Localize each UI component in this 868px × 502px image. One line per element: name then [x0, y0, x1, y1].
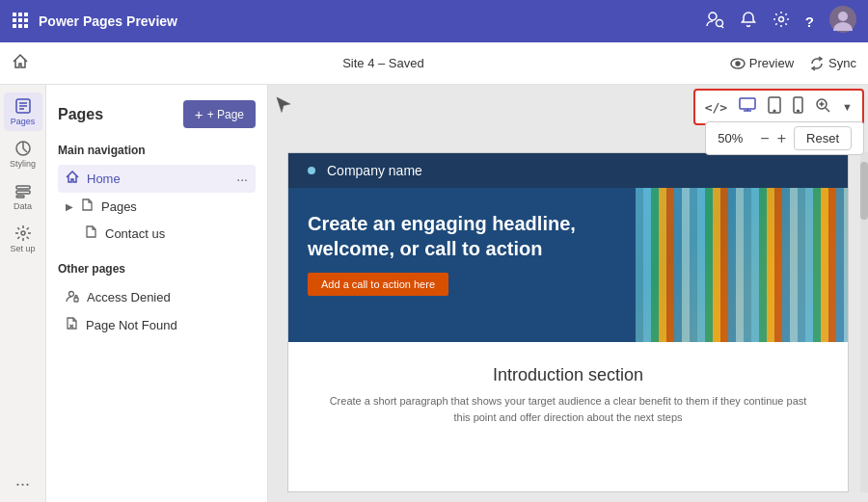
sidebar-item-setup[interactable]: Set up: [4, 220, 42, 258]
setup-nav-label: Set up: [10, 244, 35, 253]
svg-point-15: [736, 62, 740, 66]
sidebar-header: Pages + + Page: [58, 100, 256, 128]
desktop-view-icon[interactable]: [737, 95, 758, 119]
contact-file-icon: [85, 225, 97, 241]
svg-point-13: [838, 12, 848, 21]
topbar-icons: ?: [705, 6, 856, 37]
preview-dot-icon: [308, 167, 315, 174]
svg-rect-0: [13, 13, 16, 16]
preview-intro: Introduction section Create a short para…: [288, 342, 848, 448]
tablet-view-icon[interactable]: [766, 94, 783, 119]
chevron-down-icon[interactable]: ▼: [840, 99, 854, 115]
pages-nav-label: Pages: [11, 117, 36, 126]
view-toolbar: </> ▼: [693, 89, 864, 125]
other-pages-section: Other pages Access Denied Page Not Found: [58, 262, 256, 338]
sidebar-item-styling[interactable]: Styling: [4, 135, 42, 173]
nav-item-page-not-found[interactable]: Page Not Found: [58, 311, 256, 338]
preview-hero: Create an engaging headline, welcome, or…: [288, 188, 848, 342]
svg-rect-22: [16, 191, 30, 194]
other-pages-label: Other pages: [58, 262, 256, 276]
secondbar: Site 4 – Saved Preview Sync: [0, 42, 868, 85]
main-layout: Pages Styling Data Set up ··· Pages + + …: [0, 85, 868, 502]
main-nav-label: Main navigation: [58, 144, 256, 157]
add-page-button[interactable]: + + Page: [183, 100, 256, 128]
svg-point-9: [709, 13, 717, 20]
left-nav: Pages Styling Data Set up ···: [0, 85, 46, 502]
svg-rect-2: [24, 13, 28, 16]
svg-rect-3: [13, 18, 16, 22]
page-preview: Company name Create an engaging headline…: [287, 152, 849, 492]
sync-button[interactable]: Sync: [809, 56, 856, 71]
more-nav-icon[interactable]: ···: [15, 474, 30, 494]
hero-image: [636, 188, 848, 342]
home-nav-label: Home: [87, 172, 121, 186]
content-area: </> ▼: [268, 85, 868, 502]
svg-point-25: [69, 292, 74, 297]
site-saved-label: Site 4 – Saved: [37, 56, 730, 70]
intro-section-title: Introduction section: [327, 365, 809, 385]
company-name: Company name: [327, 163, 422, 178]
home-nav-icon[interactable]: [12, 53, 29, 74]
svg-rect-7: [18, 24, 22, 28]
svg-point-33: [773, 110, 775, 112]
home-more-icon[interactable]: ···: [236, 172, 248, 187]
svg-point-24: [21, 231, 25, 235]
grid-icon[interactable]: [12, 12, 29, 32]
bell-icon[interactable]: [740, 11, 757, 32]
zoom-out-button[interactable]: −: [760, 130, 769, 147]
app-title: Power Pages Preview: [39, 13, 705, 29]
scroll-thumb[interactable]: [860, 162, 868, 220]
scrollbar[interactable]: [860, 152, 868, 492]
plus-icon: +: [195, 106, 203, 122]
settings-icon[interactable]: [773, 11, 790, 32]
file-x-icon: [66, 317, 78, 332]
svg-rect-29: [740, 98, 755, 109]
hero-headline: Create an engaging headline, welcome, or…: [308, 211, 616, 261]
styling-nav-label: Styling: [10, 159, 36, 169]
zoom-reset-button[interactable]: Reset: [794, 126, 852, 150]
topbar: Power Pages Preview ?: [0, 0, 868, 42]
zoom-percent: 50%: [718, 131, 752, 145]
sidebar: Pages + + Page Main navigation Home ··· …: [46, 85, 268, 502]
svg-point-10: [716, 20, 722, 27]
svg-rect-23: [16, 196, 24, 198]
svg-line-37: [826, 108, 829, 112]
svg-rect-21: [16, 186, 30, 189]
svg-point-11: [778, 17, 783, 22]
zoom-in-button[interactable]: +: [777, 130, 786, 147]
preview-button[interactable]: Preview: [730, 56, 794, 71]
svg-rect-1: [18, 13, 22, 16]
avatar[interactable]: [829, 6, 856, 37]
search-people-icon[interactable]: [705, 10, 724, 33]
hero-cta-button[interactable]: Add a call to action here: [308, 273, 448, 296]
nav-item-home[interactable]: Home ···: [58, 165, 256, 193]
intro-section-text: Create a short paragraph that shows your…: [327, 393, 809, 425]
sidebar-item-pages[interactable]: Pages: [4, 92, 42, 131]
preview-header: Company name: [288, 153, 848, 188]
svg-rect-26: [74, 298, 78, 302]
code-view-icon[interactable]: </>: [703, 98, 729, 117]
house-icon: [66, 171, 79, 187]
sidebar-item-data[interactable]: Data: [4, 177, 42, 216]
help-icon[interactable]: ?: [805, 13, 814, 30]
zoom-bar: 50% − + Reset: [705, 121, 864, 155]
data-nav-label: Data: [14, 201, 32, 211]
access-denied-label: Access Denied: [87, 290, 171, 304]
chevron-right-icon: ▶: [66, 201, 73, 212]
nav-item-access-denied[interactable]: Access Denied: [58, 283, 256, 311]
page-not-found-label: Page Not Found: [86, 318, 177, 332]
cursor-arrow-icon: [274, 94, 293, 119]
svg-rect-4: [18, 18, 22, 22]
svg-rect-6: [13, 24, 16, 28]
svg-rect-5: [24, 18, 28, 22]
toolbar-icons: </> ▼: [703, 94, 854, 119]
nav-item-pages[interactable]: ▶ Pages: [58, 193, 256, 220]
svg-point-35: [798, 110, 800, 112]
zoom-icon[interactable]: [813, 95, 832, 119]
hero-image-visual: [636, 188, 848, 342]
nav-item-contact[interactable]: Contact us: [58, 220, 256, 247]
person-lock-icon: [66, 289, 79, 305]
mobile-view-icon[interactable]: [791, 94, 805, 119]
sidebar-title: Pages: [58, 106, 103, 123]
svg-rect-8: [24, 24, 28, 28]
